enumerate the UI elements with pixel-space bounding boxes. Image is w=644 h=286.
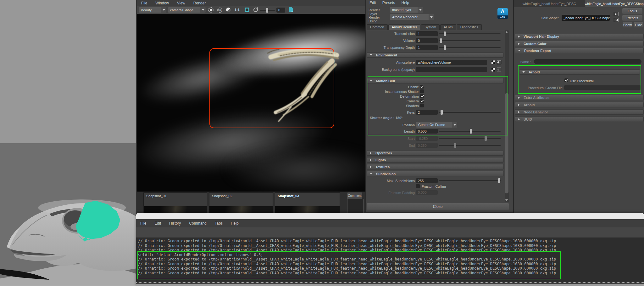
menu-file[interactable]: File [140,221,146,226]
display-mode-dropdown[interactable]: Beauty [139,7,166,13]
transmission-field[interactable]: 1 [416,31,438,36]
menu-help[interactable]: Help [231,221,239,226]
section-arnold-export[interactable]: Arnold [519,69,640,75]
start-label: Start [366,137,415,140]
keys-field[interactable]: 2 [416,110,438,115]
deformation-checkbox[interactable] [420,94,424,98]
focus-button[interactable]: Focus [622,8,642,14]
menu-tabs[interactable]: Tabs [215,221,223,226]
chevron-right-icon [370,166,372,168]
scroll-up-icon[interactable] [505,31,508,33]
menu-history[interactable]: History [169,221,181,226]
comment-tab[interactable]: Comment [347,192,362,199]
section-environment[interactable]: Environment [367,52,504,58]
position-dropdown[interactable]: Center On Frame [416,122,457,128]
scrollbar-thumb[interactable] [505,93,508,193]
section-lights[interactable]: Lights [367,157,504,163]
menu-help[interactable]: Help [401,1,409,5]
section-uuid[interactable]: UUID [515,117,644,122]
comment-box[interactable] [347,199,364,214]
render-region-icon[interactable] [208,7,214,13]
instantaneous-shutter-checkbox[interactable] [420,89,424,93]
tab-system[interactable]: System [421,24,440,30]
menu-window[interactable]: Window [155,1,169,5]
transmission-slider[interactable] [439,33,501,34]
exposure-field[interactable]: 0 [276,8,285,13]
section-custom-color[interactable]: Custom Color [515,41,644,46]
show-button[interactable]: Show [623,22,632,27]
input-connection-icon[interactable] [614,12,619,16]
hide-button[interactable]: Hide [634,22,643,27]
frame-region-icon[interactable] [245,8,249,12]
display-alpha-icon[interactable] [226,8,231,12]
tab-diagnostics[interactable]: Diagnostics [457,24,482,30]
section-arnold[interactable]: Arnold [515,102,644,107]
menu-file[interactable]: File [141,1,147,5]
section-motion-blur[interactable]: Motion Blur [367,78,504,83]
tab-arnold-renderer[interactable]: Arnold Renderer [388,24,421,30]
volume-field[interactable]: 0 [416,38,438,43]
log-icon[interactable]: LOG [289,7,295,14]
groom-file-label: Procedural Groom File [526,86,563,90]
groom-file-field[interactable] [564,85,641,90]
camera-dropdown[interactable]: camera1Shape [168,7,206,13]
script-editor-history-pane[interactable]: // Ornatrix: Groom exported to /tmp/Orna… [136,237,644,282]
exposure-slider[interactable] [260,10,275,11]
length-field[interactable]: 0.500 [416,129,438,134]
hairshape-field[interactable]: _headUnderEye_DESCShape [562,15,610,21]
settings-scrollbar[interactable] [505,30,509,202]
camera-checkbox[interactable] [420,99,424,103]
rgb-channels-icon[interactable]: RGB [217,8,222,13]
enable-checkbox[interactable] [420,85,424,89]
section-extra-attributes[interactable]: Extra Attributes [515,95,644,100]
connection-icon[interactable] [497,60,501,64]
snapshot-tab-3[interactable]: Snapshot_03 [275,192,340,215]
section-textures[interactable]: Textures [367,164,504,169]
menu-command[interactable]: Command [189,221,206,226]
presets-button[interactable]: Presets [622,15,642,21]
max-subdivisions-field[interactable]: 255 [416,178,438,183]
menu-view[interactable]: View [177,1,185,5]
tab-aovs[interactable]: AOVs [440,24,456,30]
render-layer-dropdown[interactable]: masterLayer [390,7,423,13]
use-procedural-checkbox[interactable] [564,78,568,82]
section-operators[interactable]: Operators [367,150,504,156]
menu-edit[interactable]: Edit [369,1,376,5]
snapshot-tab-2[interactable]: Snapshot_02 [209,192,273,215]
length-slider[interactable] [439,131,501,132]
refresh-render-icon[interactable] [253,8,258,12]
script-editor-title-strip[interactable] [136,213,644,219]
menu-edit[interactable]: Edit [154,221,161,226]
frustum-culling-checkbox[interactable] [416,184,420,188]
section-subdivision[interactable]: Subdivision [367,171,504,176]
render-image[interactable] [137,14,366,192]
perspective-viewport[interactable] [0,143,136,286]
section-node-behavior[interactable]: Node Behavior [515,109,644,115]
tab-common[interactable]: Common [367,24,388,30]
menu-render[interactable]: Render [193,1,206,5]
close-button[interactable]: Close [367,203,509,210]
section-renderer-export[interactable]: Renderer Export [515,48,644,53]
transparency-depth-field[interactable]: 1 [416,45,438,50]
volume-slider[interactable] [439,40,501,41]
texture-map-icon[interactable] [491,68,495,72]
atmosphere-field[interactable]: aiAtmosphereVolume [416,60,487,65]
attr-tab-shape[interactable]: whiteEagle_headUnderEye_DESCShape [586,0,644,7]
scroll-down-icon[interactable] [505,199,508,201]
menu-presets[interactable]: Presets [382,1,395,5]
attr-tab-transform[interactable]: whiteEagle_headUnderEye_DESC [514,0,585,7]
snapshot-tab-1[interactable]: Snapshot_01 [143,192,207,215]
deformation-label: Deformation [369,94,419,98]
render-using-dropdown[interactable]: Arnold Renderer [390,14,434,20]
chevron-right-icon [518,118,520,121]
section-viewport-hair-display[interactable]: Viewport Hair Display [515,34,644,39]
keys-slider[interactable] [439,112,501,113]
max-subdivisions-slider[interactable] [439,180,501,181]
background-legacy-field[interactable] [416,67,487,72]
one-to-one-zoom-button[interactable]: 1:1 [235,8,240,12]
texture-map-icon[interactable] [491,60,495,64]
transparency-depth-slider[interactable] [439,47,501,48]
name-field[interactable] [534,59,641,64]
shaders-checkbox[interactable] [420,104,424,107]
output-connection-icon[interactable] [614,18,619,22]
